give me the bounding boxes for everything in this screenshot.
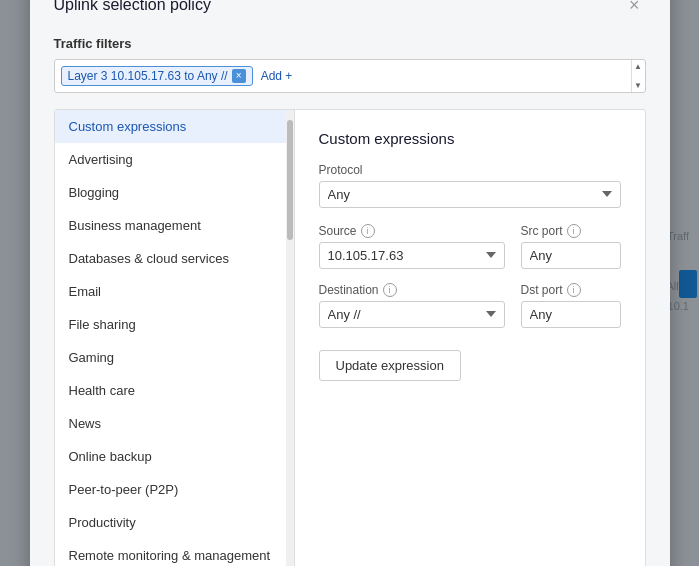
modal-title: Uplink selection policy: [54, 0, 211, 14]
destination-select[interactable]: Any //: [319, 301, 505, 328]
category-item-business-management[interactable]: Business management: [55, 209, 294, 242]
source-info-icon: i: [361, 224, 375, 238]
filter-tag-remove-button[interactable]: ×: [232, 69, 246, 83]
destination-row: Destination i Any // Dst port i: [319, 283, 621, 328]
src-port-info-icon: i: [567, 224, 581, 238]
category-item-news[interactable]: News: [55, 407, 294, 440]
category-item-gaming[interactable]: Gaming: [55, 341, 294, 374]
category-item-productivity[interactable]: Productivity: [55, 506, 294, 539]
expression-panel: Custom expressions Protocol Any TCP UDP …: [295, 110, 645, 567]
source-select[interactable]: 10.105.17.63: [319, 242, 505, 269]
protocol-label: Protocol: [319, 163, 621, 177]
modal: Uplink selection policy × Traffic filter…: [30, 0, 670, 566]
dst-port-col: Dst port i: [521, 283, 621, 328]
dst-port-input[interactable]: [521, 301, 621, 328]
scroll-down-arrow[interactable]: ▼: [634, 81, 642, 90]
category-item-peer-to-peer[interactable]: Peer-to-peer (P2P): [55, 473, 294, 506]
source-row: Source i 10.105.17.63 Src port i: [319, 224, 621, 269]
category-item-online-backup[interactable]: Online backup: [55, 440, 294, 473]
modal-header: Uplink selection policy ×: [54, 0, 646, 16]
protocol-select[interactable]: Any TCP UDP ICMP: [319, 181, 621, 208]
source-col: Source i 10.105.17.63: [319, 224, 505, 269]
filter-bar: Layer 3 10.105.17.63 to Any // × Add + ▲…: [54, 59, 646, 93]
destination-info-icon: i: [383, 283, 397, 297]
category-item-remote-monitoring[interactable]: Remote monitoring & management: [55, 539, 294, 567]
update-expression-button[interactable]: Update expression: [319, 350, 461, 381]
src-port-input[interactable]: [521, 242, 621, 269]
scroll-up-arrow[interactable]: ▲: [634, 62, 642, 71]
category-item-advertising[interactable]: Advertising: [55, 143, 294, 176]
close-button[interactable]: ×: [623, 0, 646, 16]
source-label: Source i: [319, 224, 505, 238]
dst-port-label: Dst port i: [521, 283, 621, 297]
category-item-email[interactable]: Email: [55, 275, 294, 308]
add-filter-button[interactable]: Add +: [257, 67, 297, 85]
src-port-col: Src port i: [521, 224, 621, 269]
category-item-databases-cloud[interactable]: Databases & cloud services: [55, 242, 294, 275]
category-item-file-sharing[interactable]: File sharing: [55, 308, 294, 341]
dst-port-info-icon: i: [567, 283, 581, 297]
destination-label: Destination i: [319, 283, 505, 297]
category-item-blogging[interactable]: Blogging: [55, 176, 294, 209]
list-scrollbar[interactable]: [286, 110, 294, 567]
filter-scrollbar: ▲ ▼: [631, 60, 645, 92]
category-item-health-care[interactable]: Health care: [55, 374, 294, 407]
filter-tag: Layer 3 10.105.17.63 to Any // ×: [61, 66, 253, 86]
filter-tag-text: Layer 3 10.105.17.63 to Any //: [68, 69, 228, 83]
list-scrollbar-thumb: [287, 120, 293, 240]
panel-title: Custom expressions: [319, 130, 621, 147]
content-area: Custom expressionsAdvertisingBloggingBus…: [54, 109, 646, 567]
src-port-label: Src port i: [521, 224, 621, 238]
destination-col: Destination i Any //: [319, 283, 505, 328]
traffic-filters-label: Traffic filters: [54, 36, 646, 51]
category-item-custom-expressions[interactable]: Custom expressions: [55, 110, 294, 143]
category-list: Custom expressionsAdvertisingBloggingBus…: [55, 110, 295, 567]
protocol-row: Protocol Any TCP UDP ICMP: [319, 163, 621, 208]
